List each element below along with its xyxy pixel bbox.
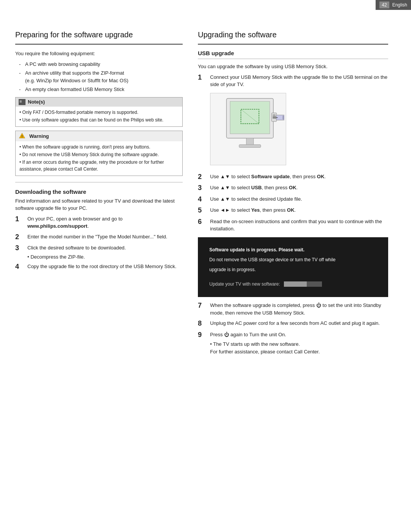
update-line3: upgrade is in progress. <box>209 266 377 273</box>
step-content: Use ▲▼ to select Software update, then p… <box>210 173 388 181</box>
usb-step-5: 5 Use ◄► to select Yes, then press OK. <box>198 206 388 215</box>
step-number: 7 <box>198 302 206 316</box>
notes-icon: ≡ <box>19 99 25 105</box>
main-content: Preparing for the software upgrade You r… <box>0 8 411 374</box>
step-number: 4 <box>15 263 24 271</box>
tv-usb-image <box>210 93 286 165</box>
step-content: Press ⏻ again to Turn the unit On. The T… <box>210 331 388 356</box>
downloading-title: Downloading the software <box>15 189 183 195</box>
step-number: 2 <box>198 173 206 181</box>
list-item: An archive utility that supports the ZIP… <box>19 69 183 84</box>
thin-divider <box>15 182 183 182</box>
step-number: 6 <box>198 218 206 233</box>
step-number: 2 <box>15 233 24 241</box>
sub-bullet-tv-starts: The TV starts up with the new software.F… <box>210 340 388 355</box>
svg-text:!: ! <box>22 134 23 138</box>
usb-steps-list-2: 7 When the software upgrade is completed… <box>198 302 388 355</box>
note-item: Use only software upgrades that can be f… <box>19 117 178 123</box>
usb-steps-list: 1 Connect your USB Memory Stick with the… <box>198 73 388 233</box>
usb-step-8: 8 Unplug the AC power cord for a few sec… <box>198 320 388 328</box>
step-4: 4 Copy the upgrade file to the root dire… <box>15 263 183 271</box>
step-content: Connect your USB Memory Stick with the u… <box>210 73 388 170</box>
download-steps-list-2: 4 Copy the upgrade file to the root dire… <box>15 263 183 271</box>
warning-header: ! Warning <box>16 131 182 141</box>
equipment-intro: You require the following equipment: <box>15 50 183 58</box>
list-item: An empty clean formatted USB Memory Stic… <box>19 86 183 93</box>
notes-body: Only FAT / DOS-formatted portable memory… <box>16 107 182 126</box>
left-column: Preparing for the software upgrade You r… <box>15 30 183 358</box>
step-content: Unplug the AC power cord for a few secon… <box>210 320 388 328</box>
header-bar: 42 English <box>376 0 411 10</box>
warning-body: When the software upgrade is running, do… <box>16 141 182 176</box>
step-content: Use ◄► to select Yes, then press OK. <box>210 206 388 215</box>
warning-box: ! Warning When the software upgrade is r… <box>15 131 183 176</box>
download-steps-list: 1 On your PC, open a web browser and go … <box>15 215 183 252</box>
warning-title: Warning <box>29 133 49 139</box>
step-3: 3 Click the desired software to be downl… <box>15 244 183 252</box>
left-title: Preparing for the software upgrade <box>15 30 183 39</box>
note-item: Only FAT / DOS-formatted portable memory… <box>19 109 178 116</box>
step-content: Use ▲▼ to select USB, then press OK. <box>210 184 388 192</box>
usb-thin-divider <box>198 59 388 59</box>
svg-rect-3 <box>230 101 270 134</box>
notes-box: ≡ Note(s) Only FAT / DOS-formatted porta… <box>15 97 183 127</box>
step-content: Click the desired software to be downloa… <box>27 244 183 252</box>
svg-rect-10 <box>272 116 276 118</box>
warning-item: If an error occurs during the upgrade, r… <box>19 159 178 173</box>
list-item: A PC with web browsing capability <box>19 61 183 68</box>
section-divider-left <box>15 44 183 45</box>
step-2: 2 Enter the model number in the "Type th… <box>15 233 183 241</box>
update-screen: Software update is in progress. Please w… <box>198 237 388 297</box>
svg-rect-7 <box>272 114 276 117</box>
step-number: 4 <box>198 195 206 204</box>
usb-upgrade-intro: You can upgrade the software by using US… <box>198 63 388 70</box>
step-content: Copy the upgrade file to the root direct… <box>27 263 183 271</box>
downloading-intro: Find information and software related to… <box>15 197 183 212</box>
step-number: 3 <box>15 244 24 252</box>
section-divider-right <box>198 44 388 45</box>
step-content: On your PC, open a web browser and go to… <box>27 215 183 230</box>
right-column: Upgrading the software USB upgrade You c… <box>198 30 388 358</box>
sub-bullet-decompress: Decompress the ZIP-file. <box>15 254 183 260</box>
page-number: 42 <box>379 2 389 8</box>
step-1: 1 On your PC, open a web browser and go … <box>15 215 183 230</box>
step-content: Use ▲▼ to select the desired Update file… <box>210 195 388 204</box>
step-number: 9 <box>198 331 206 356</box>
usb-step-7: 7 When the software upgrade is completed… <box>198 302 388 316</box>
step-number: 1 <box>15 215 24 230</box>
right-title: Upgrading the software <box>198 30 388 39</box>
progress-label: Update your TV with new software: <box>209 281 280 288</box>
progress-bar-fill <box>284 281 307 287</box>
update-line2: Do not remove the USB storage device or … <box>209 256 377 263</box>
progress-bar-row: Update your TV with new software: <box>209 281 377 288</box>
step-number: 5 <box>198 206 206 215</box>
progress-bar-container <box>284 281 322 287</box>
update-line1: Software update is in progress. Please w… <box>209 246 377 253</box>
usb-step-4: 4 Use ▲▼ to select the desired Update fi… <box>198 195 388 204</box>
usb-step-3: 3 Use ▲▼ to select USB, then press OK. <box>198 184 388 192</box>
philips-link[interactable]: www.philips.com/support <box>27 223 88 229</box>
step-number: 1 <box>198 73 206 170</box>
warning-item: When the software upgrade is running, do… <box>19 144 178 150</box>
warning-triangle-icon: ! <box>19 133 25 140</box>
usb-step-6: 6 Read the on-screen instructions and co… <box>198 218 388 233</box>
svg-rect-5 <box>239 144 261 147</box>
svg-rect-9 <box>283 115 284 119</box>
equipment-list: A PC with web browsing capability An arc… <box>19 61 183 93</box>
warning-item: Do not remove the USB Memory Stick durin… <box>19 151 178 158</box>
usb-step-1: 1 Connect your USB Memory Stick with the… <box>198 73 388 170</box>
step-content: Enter the model number in the "Type the … <box>27 233 183 241</box>
notes-header: ≡ Note(s) <box>16 97 182 107</box>
usb-step-9: 9 Press ⏻ again to Turn the unit On. The… <box>198 331 388 356</box>
notes-title: Note(s) <box>28 99 45 105</box>
step-number: 3 <box>198 184 206 192</box>
step-content: Read the on-screen instructions and conf… <box>210 218 388 233</box>
step-number: 8 <box>198 320 206 328</box>
usb-upgrade-title: USB upgrade <box>198 50 388 56</box>
usb-step-2: 2 Use ▲▼ to select Software update, then… <box>198 173 388 181</box>
language-label: English <box>392 2 407 8</box>
svg-rect-4 <box>246 138 253 145</box>
step-content: When the software upgrade is completed, … <box>210 302 388 316</box>
